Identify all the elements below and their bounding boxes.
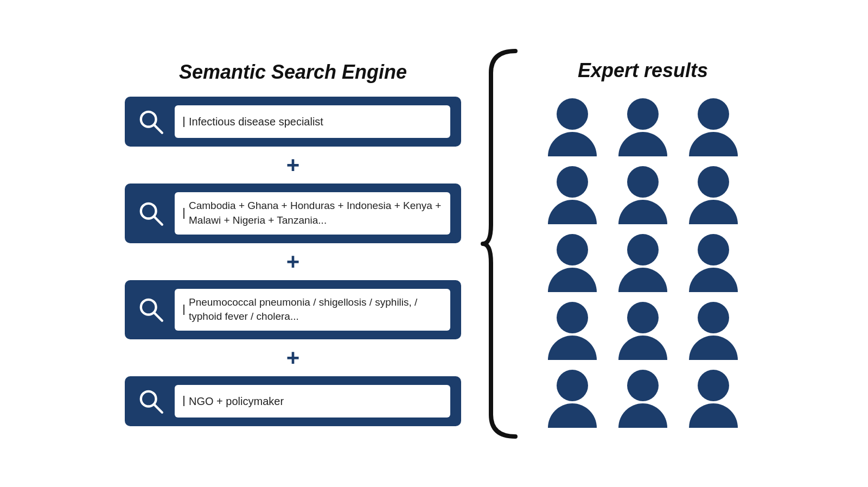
expert-figure [545,234,599,292]
svg-line-7 [154,404,162,413]
search-input-2[interactable]: Cambodia + Ghana + Honduras + Indonesia … [175,192,450,234]
expert-figure [616,166,670,224]
expert-body [548,200,597,224]
cursor-2 [183,208,184,218]
expert-head [627,302,659,333]
expert-head [557,234,588,265]
expert-body [689,132,738,156]
svg-line-5 [154,313,162,321]
search-boxes: Infectious disease specialist + Cambodia… [117,97,469,426]
search-box-3: Pneumococcal pneumonia / shigellosis / s… [125,280,461,339]
expert-head [698,98,729,130]
expert-figure [545,98,599,156]
plus-2: + [286,249,300,275]
cursor-1 [183,117,184,127]
right-title: Expert results [578,59,708,82]
expert-head [627,166,659,198]
expert-head [557,302,588,333]
search-icon-2 [136,198,166,229]
expert-figure [686,302,741,360]
expert-head [627,370,659,401]
expert-head [698,370,729,401]
search-icon-3 [136,294,166,325]
expert-figure [616,370,670,428]
search-text-2: Cambodia + Ghana + Honduras + Indonesia … [189,199,442,227]
expert-figure [686,98,741,156]
search-box-4: NGO + policymaker [125,376,461,426]
expert-body [618,200,667,224]
search-text-4: NGO + policymaker [189,394,284,409]
search-box-1: Infectious disease specialist [125,97,461,147]
expert-head [557,370,588,401]
search-input-3[interactable]: Pneumococcal pneumonia / shigellosis / s… [175,289,450,331]
expert-body [689,200,738,224]
expert-figure [686,234,741,292]
plus-1: + [286,152,300,178]
search-icon-4 [136,386,166,416]
expert-figure [616,98,670,156]
cursor-4 [183,396,184,406]
expert-figure [616,302,670,360]
left-title: Semantic Search Engine [179,61,407,84]
expert-figure [686,166,741,224]
expert-body [618,336,667,360]
expert-body [548,268,597,292]
main-container: Semantic Search Engine Infectious diseas… [27,40,841,447]
expert-body [618,132,667,156]
search-text-1: Infectious disease specialist [189,114,323,129]
expert-head [698,234,729,265]
curly-brace-area [469,40,534,447]
expert-body [618,268,667,292]
expert-body [548,132,597,156]
expert-body [689,268,738,292]
expert-body [548,403,597,428]
search-input-4[interactable]: NGO + policymaker [175,385,450,418]
cursor-3 [183,305,184,315]
expert-figure [686,370,741,428]
left-panel: Semantic Search Engine Infectious diseas… [117,61,469,426]
plus-3: + [286,345,300,371]
right-panel: Expert results [534,59,751,428]
search-input-1[interactable]: Infectious disease specialist [175,105,450,138]
experts-grid [545,98,741,428]
expert-figure [545,302,599,360]
expert-head [698,166,729,198]
expert-body [689,336,738,360]
expert-head [557,166,588,198]
curly-brace-svg [480,40,524,447]
expert-figure [545,370,599,428]
expert-body [548,336,597,360]
svg-line-1 [154,125,162,133]
expert-head [627,234,659,265]
search-icon-1 [136,106,166,137]
expert-head [627,98,659,130]
expert-head [557,98,588,130]
search-box-2: Cambodia + Ghana + Honduras + Indonesia … [125,184,461,243]
search-text-3: Pneumococcal pneumonia / shigellosis / s… [189,295,442,324]
expert-body [689,403,738,428]
expert-head [698,302,729,333]
expert-figure [545,166,599,224]
expert-body [618,403,667,428]
svg-line-3 [154,217,162,225]
expert-figure [616,234,670,292]
